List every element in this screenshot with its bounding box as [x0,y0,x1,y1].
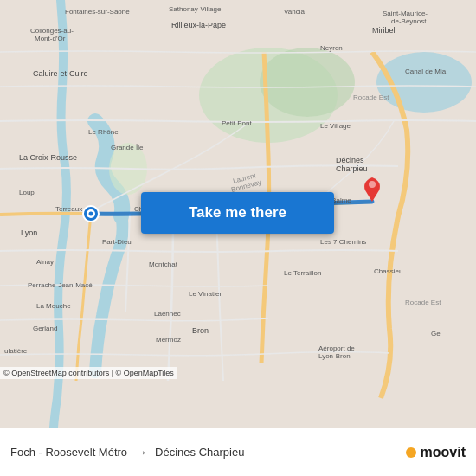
svg-text:Fontaines-sur-Saône: Fontaines-sur-Saône [65,8,130,16]
svg-text:Collonges-au-: Collonges-au- [30,27,74,35]
svg-text:Charpieu: Charpieu [336,164,368,173]
svg-text:Laënnec: Laënnec [154,310,181,318]
svg-text:Caluire-et-Cuire: Caluire-et-Cuire [33,69,88,78]
svg-text:La Mouche: La Mouche [36,302,71,310]
svg-text:La Croix-Rousse: La Croix-Rousse [19,153,77,162]
route-from-label: Foch - Roosevelt Métro [10,446,127,459]
svg-text:Ge: Ge [431,330,441,338]
svg-text:Lyon: Lyon [21,228,37,237]
svg-text:Vancia: Vancia [284,8,305,16]
svg-text:Grande Île: Grande Île [111,144,144,151]
svg-text:Part-Dieu: Part-Dieu [102,238,132,246]
svg-text:Décines: Décines [336,156,364,164]
svg-text:Chassieu: Chassieu [374,267,402,275]
svg-text:Gerland: Gerland [33,325,57,332]
svg-point-55 [369,181,376,188]
moovit-logo: moovit [406,445,466,460]
svg-point-53 [89,212,93,216]
map-container: Fontaines-sur-Saône Sathonay-Village Van… [0,0,476,428]
svg-text:ulatière: ulatière [4,347,28,355]
svg-text:Le Vinatier: Le Vinatier [189,290,222,298]
svg-text:Ainay: Ainay [36,258,54,266]
svg-text:Petit Pont: Petit Pont [222,119,252,127]
svg-text:Terreaux: Terreaux [55,205,82,213]
svg-text:Loup: Loup [19,189,35,196]
svg-text:de-Beynost: de-Beynost [391,17,427,25]
svg-text:Le Terraillon: Le Terraillon [284,269,321,277]
svg-text:Mermoz: Mermoz [156,336,181,344]
bottom-bar: Foch - Roosevelt Métro → Décines Charpie… [0,428,476,476]
svg-text:Neyron: Neyron [320,44,343,52]
take-me-there-button[interactable]: Take me there [141,192,334,234]
svg-text:Saint-Maurice-: Saint-Maurice- [383,10,428,17]
svg-text:Bron: Bron [192,326,209,335]
svg-text:Perrache-Jean-Macé: Perrache-Jean-Macé [28,281,93,289]
moovit-dot-icon [406,447,416,458]
moovit-brand-text: moovit [421,445,466,460]
svg-text:Le Village: Le Village [320,122,351,130]
svg-point-4 [260,48,355,117]
route-arrow-icon: → [134,445,148,460]
svg-text:Les 7 Chemins: Les 7 Chemins [320,238,366,246]
svg-text:Aéroport de: Aéroport de [318,344,355,352]
svg-text:Miribel: Miribel [372,26,396,35]
osm-attribution: © OpenStreetMap contributors | © OpenMap… [0,367,177,379]
svg-text:Sathonay-Village: Sathonay-Village [169,5,222,13]
svg-text:Mont-d'Or: Mont-d'Or [35,35,66,42]
app: Fontaines-sur-Saône Sathonay-Village Van… [0,0,476,476]
route-to-label: Décines Charpieu [155,446,244,459]
svg-text:Montchat: Montchat [149,261,178,268]
svg-text:Canal de Mia: Canal de Mia [405,68,447,75]
svg-text:Le Rhône: Le Rhône [88,128,119,136]
svg-text:Rocade Est: Rocade Est [353,93,389,101]
svg-text:Rillieux-la-Pape: Rillieux-la-Pape [171,21,226,29]
svg-text:Lyon-Bron: Lyon-Bron [318,352,351,360]
svg-text:Rocade Est: Rocade Est [405,299,441,306]
